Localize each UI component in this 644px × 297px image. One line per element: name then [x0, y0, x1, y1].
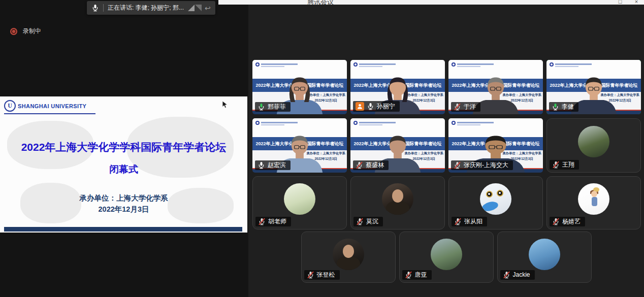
avatar	[578, 183, 609, 215]
microphone-icon[interactable]	[91, 4, 99, 12]
mic-muted-icon	[405, 271, 412, 279]
toolbar-divider	[103, 4, 104, 12]
portrait-head	[343, 245, 354, 258]
recording-indicator: 录制中	[10, 27, 41, 36]
mic-muted-icon	[454, 161, 461, 169]
mic-muted-icon	[454, 218, 462, 225]
participant-name-label: 王翔	[550, 160, 579, 170]
avatar	[284, 183, 315, 215]
participant-row: 张登松唐亚Jackie	[248, 232, 644, 283]
avatar	[333, 239, 364, 270]
participant-name-label: 唐亚	[402, 270, 432, 280]
annotation-arrow-icon	[188, 5, 195, 11]
speaking-now-label: 正在讲话: 李健; 孙丽宁; 邢...	[108, 4, 184, 12]
slide-footer-bar	[4, 227, 242, 232]
participant-tile[interactable]: 2022年上海大学化学学科国际青年学者论坛承办单位：上海大学化学系2022年12…	[448, 60, 543, 114]
mic-muted-icon	[356, 161, 363, 169]
participant-name-label: 邢菲菲	[255, 102, 291, 112]
maximize-button[interactable]: □	[617, 0, 624, 5]
participant-name: 赵宏滨	[268, 161, 286, 169]
participant-tile[interactable]: 张登松	[301, 232, 396, 283]
participant-tile[interactable]: 王翔	[546, 118, 641, 173]
participant-tile[interactable]: 2022年上海大学化学学科国际青年学者论坛承办单位：上海大学化学系2022年12…	[448, 118, 543, 173]
participant-name-label: 张庆刚-上海交大	[451, 160, 513, 170]
vbg-logo-icon	[452, 62, 456, 67]
participant-tile[interactable]: 2022年上海大学化学学科国际青年学者论坛承办单位：上海大学化学系2022年12…	[252, 118, 347, 173]
undo-arrow-icon: ↩	[205, 4, 211, 12]
participant-name: 唐亚	[415, 271, 427, 279]
active-speaker-toolbar: 正在讲话: 李健; 孙丽宁; 邢... ↩	[87, 1, 215, 15]
university-logo-text: SHANGHAI UNIVERSITY	[18, 103, 86, 109]
close-button[interactable]: ×	[633, 0, 640, 5]
participant-name-label: 李健	[549, 102, 578, 112]
mic-active-icon	[552, 103, 559, 111]
participant-name-label: 张登松	[304, 270, 340, 280]
vbg-logo-line	[555, 63, 592, 65]
participant-name-label: 孙丽宁	[353, 101, 400, 112]
record-icon	[10, 28, 17, 35]
vbg-logo-line	[261, 66, 284, 67]
participant-name-label: 莫沉	[353, 217, 383, 226]
participant-name: 蔡盛林	[366, 161, 384, 169]
participant-tile[interactable]: 2022年上海大学化学学科国际青年学者论坛承办单位：上海大学化学系2022年12…	[350, 118, 445, 173]
participant-tile[interactable]: 杨婧艺	[546, 176, 641, 229]
participant-tile[interactable]: 唐亚	[399, 232, 494, 283]
participant-row: 2022年上海大学化学学科国际青年学者论坛承办单位：上海大学化学系2022年12…	[248, 60, 644, 114]
mic-muted-icon	[356, 218, 364, 225]
participant-row: 胡老师莫沉张从阳杨婧艺	[248, 176, 644, 229]
avatar	[382, 183, 413, 215]
mouse-cursor	[222, 101, 228, 111]
mic-muted-icon	[552, 218, 560, 225]
mic-muted-icon	[307, 271, 314, 279]
mic-muted-icon	[454, 103, 461, 111]
portrait-shoulders	[386, 201, 409, 215]
participant-name: 李健	[562, 103, 574, 111]
slide-subtitle: 闭幕式	[0, 163, 247, 176]
presentation-slide: U SHANGHAI UNIVERSITY 2022年上海大学化学学科国际青年学…	[0, 96, 247, 233]
vbg-logo-line	[261, 63, 298, 65]
participant-name: 于洋	[464, 103, 476, 111]
participant-tile[interactable]: Jackie	[497, 232, 592, 283]
avatar	[529, 239, 560, 270]
university-emblem-icon: U	[4, 100, 16, 112]
participant-name-label: 蔡盛林	[353, 160, 389, 170]
participant-name-label: 于洋	[451, 102, 480, 112]
vbg-logo-line	[261, 124, 284, 125]
participant-row: 2022年上海大学化学学科国际青年学者论坛承办单位：上海大学化学系2022年12…	[248, 118, 644, 173]
mic-active-icon	[367, 103, 374, 110]
participant-name: 张庆刚-上海交大	[464, 161, 508, 169]
vbg-logo-line	[555, 66, 578, 67]
vbg-logo-line	[359, 63, 396, 65]
participant-name: 胡老师	[268, 218, 286, 225]
participant-tile[interactable]: 2022年上海大学化学学科国际青年学者论坛承办单位：上海大学化学系2022年12…	[252, 60, 347, 114]
participant-tile[interactable]: 胡老师	[252, 176, 347, 229]
mic-active-icon	[257, 103, 265, 111]
vbg-logo-icon	[550, 62, 554, 67]
vbg-logo-line	[359, 66, 382, 67]
avatar	[480, 183, 511, 215]
cartoon-girl-head	[591, 191, 597, 197]
participant-name: 张登松	[317, 271, 335, 279]
participant-tile[interactable]: 张从阳	[448, 176, 543, 229]
window-titlebar: 腾讯会议 □ ×	[218, 0, 644, 5]
recording-label: 录制中	[23, 27, 41, 36]
robot-beak-icon	[481, 201, 499, 213]
participant-tile[interactable]: 2022年上海大学化学学科国际青年学者论坛承办单位：上海大学化学系2022年12…	[350, 60, 445, 114]
logo-underline	[4, 113, 95, 114]
participant-name: 孙丽宁	[377, 103, 395, 110]
cartoon-girl-body	[592, 197, 597, 206]
mic-muted-icon	[258, 218, 266, 225]
participant-name: 邢菲菲	[268, 103, 286, 111]
annotation-arrow-icon	[195, 5, 202, 11]
vbg-logo-icon	[255, 62, 260, 67]
participant-tile[interactable]: 2022年上海大学化学学科国际青年学者论坛承办单位：上海大学化学系2022年12…	[546, 60, 641, 114]
vbg-logo-line	[261, 122, 298, 123]
university-logo: U SHANGHAI UNIVERSITY	[4, 100, 86, 112]
avatar	[578, 126, 609, 157]
portrait-shoulders	[337, 256, 360, 270]
host-badge-icon	[356, 102, 364, 111]
slide-title: 2022年上海大学化学学科国际青年学者论坛	[0, 140, 247, 154]
tencent-meeting-window: U SHANGHAI UNIVERSITY 2022年上海大学化学学科国际青年学…	[0, 0, 644, 297]
participant-tile[interactable]: 莫沉	[350, 176, 445, 229]
participant-name: 王翔	[562, 161, 574, 169]
